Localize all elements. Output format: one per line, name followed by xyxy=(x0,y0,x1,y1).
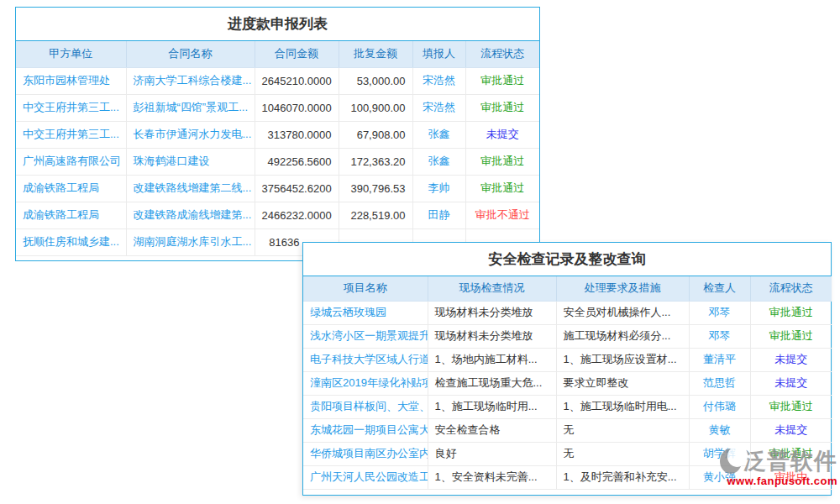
cell-measure: 无 xyxy=(556,418,689,442)
cell-status: 审批通过 xyxy=(465,94,539,121)
column-header-unit: 甲方单位 xyxy=(16,41,126,67)
column-header-status: 流程状态 xyxy=(750,276,832,301)
table-row: 广州高速路有限公司珠海鹤港口建设492256.5600172,363.20张鑫审… xyxy=(16,148,539,175)
cell-approved: 53,000.00 xyxy=(339,67,412,94)
cell-status: 审批通过 xyxy=(750,301,832,324)
column-header-amount: 合同金额 xyxy=(255,41,339,67)
cell-amount: 313780.0000 xyxy=(255,121,339,148)
cell-approved: 228,519.00 xyxy=(339,202,412,228)
cell-status: 未提交 xyxy=(750,418,832,442)
page: 进度款申报列表 甲方单位 合同名称 合同金额 批复金额 填报人 流程状态 东阳市… xyxy=(0,0,840,504)
cell-inspection: 1、施工现场临时用... xyxy=(428,395,556,418)
progress-table-header: 甲方单位 合同名称 合同金额 批复金额 填报人 流程状态 xyxy=(16,41,539,67)
cell-amount: 492256.5600 xyxy=(255,148,339,175)
cell-contract[interactable]: 珠海鹤港口建设 xyxy=(126,148,255,175)
cell-contract[interactable]: 改建铁路成渝线增建第... xyxy=(126,202,255,228)
column-header-status: 流程状态 xyxy=(465,41,539,67)
cell-unit[interactable]: 中交王府井第三工... xyxy=(16,94,126,121)
watermark: 泛普软件 www.fanpusoft.com xyxy=(724,449,837,486)
table-row: 绿城云栖玫瑰园现场材料未分类堆放安全员对机械操作人...邓琴审批通过 xyxy=(303,301,832,324)
cell-contract[interactable]: 长春市伊通河水力发电... xyxy=(126,121,255,148)
cell-inspection: 现场材料未分类堆放 xyxy=(428,324,556,348)
cell-project[interactable]: 潼南区2019年绿化补贴项 xyxy=(303,371,428,395)
cell-measure: 1、施工现场应设置材... xyxy=(556,348,689,371)
cell-reporter: 宋浩然 xyxy=(412,94,465,121)
cell-inspector: 董清平 xyxy=(689,348,750,371)
column-header-inspector: 检查人 xyxy=(689,276,750,301)
column-header-project: 项目名称 xyxy=(303,276,428,301)
column-header-reporter: 填报人 xyxy=(412,41,465,67)
cell-measure: 无 xyxy=(556,442,689,465)
table-row: 电子科技大学区域人行道1、场地内施工材料...1、施工现场应设置材...董清平未… xyxy=(303,348,832,371)
column-header-inspection: 现场检查情况 xyxy=(428,276,556,301)
table-row: 浅水湾小区一期景观提升现场材料未分类堆放施工现场材料必须分...邓琴审批通过 xyxy=(303,324,832,348)
cell-approved: 390,796.53 xyxy=(339,175,412,202)
cell-project[interactable]: 绿城云栖玫瑰园 xyxy=(303,301,428,324)
cell-unit[interactable]: 广州高速路有限公司 xyxy=(16,148,126,175)
cell-reporter: 张鑫 xyxy=(412,121,465,148)
progress-table-body: 东阳市园林管理处济南大学工科综合楼建...2645210.000053,000.… xyxy=(16,67,539,255)
cell-status: 审批通过 xyxy=(465,67,539,94)
cell-approved: 100,900.00 xyxy=(339,94,412,121)
cell-status: 审批通过 xyxy=(465,175,539,202)
cell-project[interactable]: 贵阳项目样板间、大堂、 xyxy=(303,395,428,418)
cell-status: 审批通过 xyxy=(465,148,539,175)
cell-unit[interactable]: 成渝铁路工程局 xyxy=(16,175,126,202)
progress-table-title: 进度款申报列表 xyxy=(16,8,539,41)
cell-project[interactable]: 东城花园一期项目公寓大 xyxy=(303,418,428,442)
cell-reporter: 李帅 xyxy=(412,175,465,202)
table-row: 东城花园一期项目公寓大安全检查合格无黄敏未提交 xyxy=(303,418,832,442)
column-header-contract: 合同名称 xyxy=(126,41,255,67)
table-row: 中交王府井第三工...彭祖新城“四馆”景观工...1046070.0000100… xyxy=(16,94,539,121)
cell-measure: 安全员对机械操作人... xyxy=(556,301,689,324)
safety-table-title: 安全检查记录及整改查询 xyxy=(303,243,831,276)
cell-unit[interactable]: 抚顺住房和城乡建... xyxy=(16,228,126,255)
cell-measure: 施工现场材料必须分... xyxy=(556,324,689,348)
cell-status: 审批通过 xyxy=(750,395,832,418)
cell-inspection: 安全检查合格 xyxy=(428,418,556,442)
cell-inspection: 1、场地内施工材料... xyxy=(428,348,556,371)
cell-approved: 172,363.20 xyxy=(339,148,412,175)
cell-inspector: 范思哲 xyxy=(689,371,750,395)
header-row: 项目名称 现场检查情况 处理要求及措施 检查人 流程状态 xyxy=(303,276,832,301)
table-row: 东阳市园林管理处济南大学工科综合楼建...2645210.000053,000.… xyxy=(16,67,539,94)
cell-status: 审批通过 xyxy=(750,324,832,348)
table-row: 成渝铁路工程局改建铁路成渝线增建第...2466232.0000228,519.… xyxy=(16,202,539,228)
cell-inspector: 邓琴 xyxy=(689,324,750,348)
cell-unit[interactable]: 成渝铁路工程局 xyxy=(16,202,126,228)
cell-contract[interactable]: 彭祖新城“四馆”景观工... xyxy=(126,94,255,121)
table-row: 中交王府井第三工...长春市伊通河水力发电...313780.000067,90… xyxy=(16,121,539,148)
cell-project[interactable]: 华侨城项目南区办公室内 xyxy=(303,442,428,465)
cell-inspector: 邓琴 xyxy=(689,301,750,324)
table-row: 贵阳项目样板间、大堂、1、施工现场临时用...1、施工现场临时用电...付伟璐审… xyxy=(303,395,832,418)
cell-measure: 1、及时完善和补充安... xyxy=(556,465,689,489)
safety-table-header: 项目名称 现场检查情况 处理要求及措施 检查人 流程状态 xyxy=(303,276,832,301)
cell-inspection: 检查施工现场重大危... xyxy=(428,371,556,395)
cell-reporter: 宋浩然 xyxy=(412,67,465,94)
watermark-url: www.fanpusoft.com xyxy=(724,475,837,486)
cell-contract[interactable]: 改建铁路线增建第二线... xyxy=(126,175,255,202)
cell-contract[interactable]: 湖南洞庭湖水库引水工... xyxy=(126,228,255,255)
cell-project[interactable]: 电子科技大学区域人行道 xyxy=(303,348,428,371)
watermark-brand: 泛普软件 xyxy=(743,450,837,473)
cell-unit[interactable]: 东阳市园林管理处 xyxy=(16,67,126,94)
cell-amount: 3756452.6200 xyxy=(255,175,339,202)
cell-project[interactable]: 广州天河人民公园改造工 xyxy=(303,465,428,489)
progress-payment-table: 进度款申报列表 甲方单位 合同名称 合同金额 批复金额 填报人 流程状态 东阳市… xyxy=(15,7,540,261)
fanpu-logo-icon xyxy=(720,449,742,474)
cell-approved: 67,908.00 xyxy=(339,121,412,148)
cell-amount: 1046070.0000 xyxy=(255,94,339,121)
watermark-brand-row: 泛普软件 xyxy=(724,449,837,474)
cell-inspection: 良好 xyxy=(428,442,556,465)
cell-status: 未提交 xyxy=(750,348,832,371)
cell-inspector: 付伟璐 xyxy=(689,395,750,418)
cell-amount: 2466232.0000 xyxy=(255,202,339,228)
cell-project[interactable]: 浅水湾小区一期景观提升 xyxy=(303,324,428,348)
cell-inspection: 现场材料未分类堆放 xyxy=(428,301,556,324)
header-row: 甲方单位 合同名称 合同金额 批复金额 填报人 流程状态 xyxy=(16,41,539,67)
cell-contract[interactable]: 济南大学工科综合楼建... xyxy=(126,67,255,94)
cell-unit[interactable]: 中交王府井第三工... xyxy=(16,121,126,148)
cell-measure: 要求立即整改 xyxy=(556,371,689,395)
progress-table-grid: 甲方单位 合同名称 合同金额 批复金额 填报人 流程状态 东阳市园林管理处济南大… xyxy=(16,41,539,256)
cell-measure: 1、施工现场临时用电... xyxy=(556,395,689,418)
